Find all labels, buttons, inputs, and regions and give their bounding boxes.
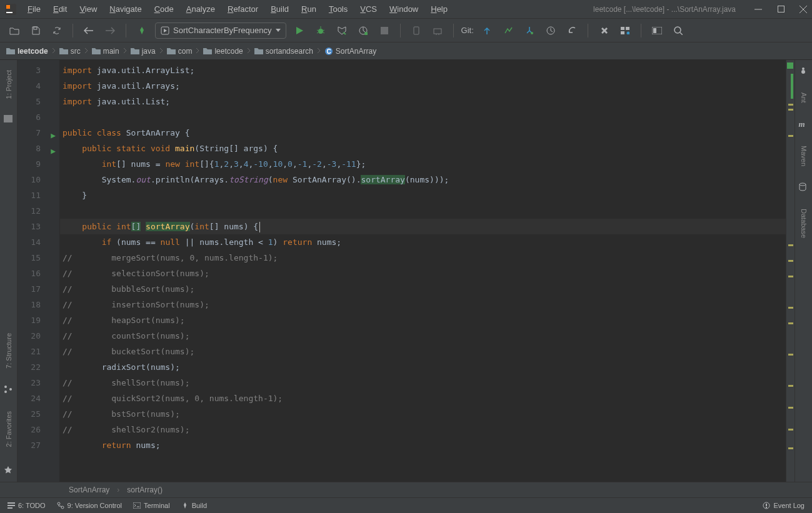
structure-button[interactable] — [617, 22, 633, 39]
svg-line-29 — [680, 32, 683, 35]
open-button[interactable] — [6, 22, 23, 39]
svg-rect-19 — [434, 29, 441, 34]
menu-tools[interactable]: Tools — [324, 2, 353, 16]
save-button[interactable] — [28, 22, 44, 39]
crumb-SortAnArray[interactable]: CSortAnArray — [322, 46, 379, 57]
scroll-markers[interactable] — [786, 60, 794, 482]
menu-view[interactable]: View — [74, 2, 102, 16]
svg-point-37 — [801, 70, 805, 74]
minimize-button[interactable] — [754, 6, 762, 13]
crumb-main[interactable]: main — [89, 46, 122, 57]
gutter: 34567▶8▶91011121314151617181920212223242… — [18, 60, 60, 482]
menu-code[interactable]: Code — [149, 2, 179, 16]
run-config-dropdown[interactable]: SortCharacterByFrequency — [155, 22, 286, 39]
menu-window[interactable]: Window — [384, 2, 423, 16]
structure-tab[interactable]: 7: Structure — [4, 329, 14, 372]
app-logo — [5, 4, 16, 15]
svg-rect-1 — [6, 5, 10, 9]
stop-button[interactable] — [376, 22, 393, 39]
svg-rect-18 — [414, 27, 419, 34]
maven-tab[interactable]: Maven — [799, 142, 809, 170]
svg-text:C: C — [326, 48, 331, 55]
sdk-button[interactable] — [429, 22, 446, 39]
menu-build[interactable]: Build — [266, 2, 294, 16]
menu-edit[interactable]: Edit — [48, 2, 72, 16]
git-commit-button[interactable] — [500, 22, 516, 39]
menu-vcs[interactable]: VCS — [355, 2, 382, 16]
todo-tab[interactable]: 6: TODO — [8, 502, 46, 509]
coverage-button[interactable] — [334, 22, 350, 39]
svg-rect-17 — [381, 27, 388, 34]
menu-help[interactable]: Help — [426, 2, 453, 16]
svg-point-35 — [9, 388, 12, 391]
crumb-leetcode[interactable]: leetcode — [4, 46, 51, 57]
git-history-button[interactable] — [543, 22, 559, 39]
menu-refactor[interactable]: Refactor — [223, 2, 263, 16]
settings-button[interactable] — [596, 22, 612, 39]
crumb-src[interactable]: src — [57, 46, 83, 57]
favorites-icon[interactable] — [4, 466, 14, 476]
crumb-method[interactable]: sortArray() — [127, 486, 163, 494]
crumb-sortandsearch[interactable]: sortandsearch — [252, 46, 316, 57]
build-button[interactable] — [134, 22, 150, 39]
layout-button[interactable] — [649, 22, 665, 39]
menu-navigate[interactable]: Navigate — [104, 2, 146, 16]
left-tool-sidebar: 1: Project 7: Structure 2: Favorites — [0, 60, 18, 482]
git-label: Git: — [461, 26, 474, 35]
crumb-leetcode[interactable]: leetcode — [201, 46, 245, 57]
project-icon[interactable] — [4, 115, 14, 125]
maven-icon[interactable]: m — [799, 119, 809, 129]
svg-rect-22 — [621, 27, 624, 30]
database-tab[interactable]: Database — [799, 205, 809, 242]
editor-breadcrumb: SortAnArray › sortArray() — [0, 482, 812, 497]
svg-point-43 — [61, 506, 64, 509]
svg-point-38 — [799, 183, 806, 186]
debug-button[interactable] — [313, 22, 329, 39]
title-bar: FileEditViewNavigateCodeAnalyzeRefactorB… — [0, 0, 812, 19]
crumb-java[interactable]: java — [128, 46, 158, 57]
svg-rect-4 — [778, 6, 784, 12]
right-tool-sidebar: Ant m Maven Database — [794, 60, 812, 482]
vcs-tab[interactable]: 9: Version Control — [57, 502, 122, 509]
event-log-tab[interactable]: Event Log — [763, 502, 804, 509]
svg-point-16 — [364, 32, 368, 35]
svg-point-34 — [4, 391, 7, 393]
breadcrumbs: leetcodesrcmainjavacomleetcodesortandsea… — [0, 42, 812, 60]
git-revert-button[interactable] — [564, 22, 580, 39]
back-button[interactable] — [81, 22, 97, 39]
svg-rect-46 — [766, 504, 767, 506]
crumb-class[interactable]: SortAnArray — [69, 486, 109, 494]
ant-icon[interactable] — [799, 66, 809, 76]
crumb-com[interactable]: com — [164, 46, 195, 57]
menu-run[interactable]: Run — [296, 2, 321, 16]
ant-tab[interactable]: Ant — [799, 89, 809, 107]
sync-button[interactable] — [49, 22, 65, 39]
menu-bar: FileEditViewNavigateCodeAnalyzeRefactorB… — [23, 2, 453, 16]
svg-point-36 — [802, 67, 804, 70]
forward-button[interactable] — [102, 22, 118, 39]
profile-button[interactable] — [355, 22, 371, 39]
svg-rect-41 — [8, 507, 13, 509]
bottom-tool-bar: 6: TODO 9: Version Control Terminal Buil… — [0, 497, 812, 513]
svg-rect-23 — [626, 27, 629, 30]
database-icon[interactable] — [799, 182, 809, 192]
svg-rect-40 — [8, 505, 15, 506]
toolbar: SortCharacterByFrequency Git: — [0, 19, 812, 42]
structure-sidebar-icon[interactable] — [4, 385, 14, 395]
git-push-button[interactable] — [521, 22, 538, 39]
code-editor[interactable]: import java.util.ArrayList;import java.u… — [60, 60, 786, 482]
menu-file[interactable]: File — [23, 2, 46, 16]
project-tab[interactable]: 1: Project — [4, 66, 14, 102]
close-button[interactable] — [799, 6, 807, 13]
maximize-button[interactable] — [777, 6, 784, 13]
favorites-tab[interactable]: 2: Favorites — [4, 407, 14, 451]
menu-analyze[interactable]: Analyze — [181, 2, 220, 16]
avd-button[interactable] — [408, 22, 424, 39]
svg-line-12 — [323, 30, 324, 31]
svg-point-25 — [626, 31, 629, 34]
terminal-tab[interactable]: Terminal — [133, 502, 170, 509]
git-update-button[interactable] — [479, 22, 495, 39]
run-button[interactable] — [291, 22, 308, 39]
build-tab[interactable]: Build — [181, 502, 207, 509]
search-button[interactable] — [670, 22, 686, 39]
